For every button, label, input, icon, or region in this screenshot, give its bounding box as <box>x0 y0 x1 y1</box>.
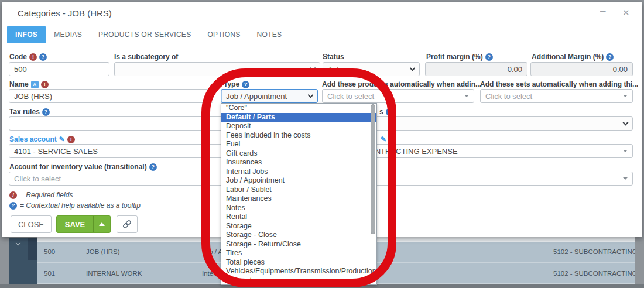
name-input[interactable]: JOB (HRS) <box>9 89 213 103</box>
dropdown-arrow-icon <box>623 150 628 152</box>
add-sets-label: Add these sets automatically when adding… <box>480 80 638 88</box>
row-name: INTERNAL WORK <box>86 263 142 283</box>
row-code: 500 <box>44 242 55 262</box>
sidebar-dark-block <box>28 238 37 260</box>
inventory-account-label: Account for inventory value (transitiona… <box>9 163 157 171</box>
tax-rules-label: Tax rules ? <box>9 108 50 116</box>
chevron-down-icon <box>310 65 316 71</box>
required-icon: ! <box>41 81 49 88</box>
required-icon: ! <box>389 135 396 143</box>
type-option[interactable]: Job / Appointment <box>221 176 376 186</box>
type-option[interactable]: Rental <box>221 212 376 222</box>
link-button[interactable] <box>117 215 138 233</box>
translate-icon[interactable]: A <box>31 81 39 88</box>
minimize-icon[interactable]: – <box>600 5 605 17</box>
close-icon[interactable]: ✕ <box>622 8 630 18</box>
chevron-down-icon <box>623 119 629 125</box>
status-label: Status <box>323 53 344 61</box>
help-icon: ? <box>149 163 157 171</box>
add-products-select[interactable]: Click to select <box>322 89 474 103</box>
required-icon: ! <box>67 136 75 143</box>
add-sets-select[interactable]: Click to select <box>480 89 633 103</box>
type-option[interactable]: Vehicles/Equipments/Transmission/Product… <box>221 267 376 276</box>
status-select[interactable]: Active <box>323 62 420 76</box>
type-option[interactable]: Deposit <box>221 122 376 131</box>
required-icon: ! <box>9 191 17 199</box>
name-label: Name A ! <box>9 80 49 88</box>
type-option[interactable]: Notes <box>221 204 376 213</box>
save-dropdown-button[interactable] <box>93 215 111 233</box>
chevron-down-icon <box>410 65 416 71</box>
type-option[interactable]: Tires <box>221 249 376 258</box>
help-icon: ? <box>386 108 393 116</box>
dropdown-arrow-icon <box>623 95 628 97</box>
required-icon: ! <box>29 53 37 61</box>
sales-account-label: Sales account ✎ ! <box>9 135 75 143</box>
type-option[interactable]: "Core" <box>221 104 376 113</box>
type-option[interactable]: Fuel <box>221 140 376 149</box>
profit-margin-input[interactable]: 0.00 <box>425 62 527 76</box>
help-icon: ? <box>9 202 17 210</box>
dropdown-arrow-icon <box>623 177 628 180</box>
chain-link-icon <box>122 220 132 229</box>
close-button[interactable]: CLOSE <box>11 215 52 233</box>
dropdown-arrow-icon <box>464 95 469 97</box>
tab-products-or-services[interactable]: PRODUCTS OR SERVICES <box>90 26 199 43</box>
tab-infos[interactable]: INFOS <box>7 26 46 43</box>
row-code: 501 <box>44 263 55 283</box>
partially-hidden-label: s ? <box>379 108 393 116</box>
type-option[interactable]: Storage - Close <box>221 231 376 240</box>
save-button[interactable]: SAVE <box>56 215 94 233</box>
type-dropdown-list: "Core"Default / PartsDepositFees include… <box>221 103 377 285</box>
code-label: Code ! ? <box>9 53 47 61</box>
additional-margin-input[interactable]: 0.00 <box>530 62 633 76</box>
type-select[interactable]: Job / Appointment <box>221 89 318 103</box>
tab-notes[interactable]: NOTES <box>249 26 290 43</box>
type-option[interactable]: Gift cards <box>221 149 376 159</box>
add-products-label: Add these products automatically when ad… <box>322 80 481 88</box>
type-option[interactable]: Maintenances <box>221 194 376 204</box>
help-icon: ? <box>39 53 47 61</box>
type-option[interactable]: Warranty <box>221 276 376 286</box>
type-option[interactable]: Labor / Sublet <box>221 186 376 195</box>
legend-help: ? = Contextual help available as a toolt… <box>9 201 141 210</box>
type-option[interactable]: Fees included in the costs <box>221 131 376 140</box>
background-sidebar <box>9 238 37 284</box>
subcategory-label: Is a subcategory of <box>114 53 178 61</box>
legend-required: ! = Required fields <box>9 191 73 199</box>
type-option[interactable]: Default / Parts <box>221 113 376 122</box>
type-option[interactable]: Total pieces <box>221 258 376 268</box>
tab-options[interactable]: OPTIONS <box>199 26 248 43</box>
subcategory-select[interactable] <box>114 62 320 76</box>
row-name: JOB (HRS) <box>86 242 120 262</box>
dropdown-scrollbar-thumb[interactable] <box>371 104 375 234</box>
type-option[interactable]: Storage <box>221 222 376 231</box>
type-option[interactable]: Insurances <box>221 158 376 167</box>
help-icon: ? <box>485 53 493 61</box>
edit-icon[interactable]: ✎ <box>59 136 65 143</box>
screenshot-canvas: 500 JOB (HRS) Job / Appointment 5102 - S… <box>0 0 644 288</box>
tab-bar: INFOS MEDIAS PRODUCTS OR SERVICES OPTION… <box>7 26 290 43</box>
code-input[interactable]: 500 <box>9 62 109 76</box>
chevron-up-icon <box>99 222 105 226</box>
help-icon: ? <box>606 53 614 61</box>
row-account: 5102 - SUBCONTRACTING EXPENSE <box>553 263 635 283</box>
chevron-down-icon <box>308 92 314 98</box>
help-icon: ? <box>42 108 50 116</box>
type-option[interactable]: Internal Jobs <box>221 167 376 177</box>
purchase-account-label-icons: ✎ ! <box>381 135 396 143</box>
additional-margin-label: Additional Margin (%) ? <box>532 53 614 61</box>
type-option[interactable]: Storage - Return/Close <box>221 240 376 249</box>
modal-title: Categories - JOB (HRS) <box>18 8 112 18</box>
profit-margin-label: Profit margin (%) ? <box>426 53 493 61</box>
row-account: 5102 - SUBCONTRACTING EXPENSE <box>553 242 635 262</box>
help-icon: ? <box>242 81 249 88</box>
sales-account-link[interactable]: Sales account <box>9 135 57 143</box>
chevron-down-icon[interactable] <box>16 241 20 245</box>
edit-icon[interactable]: ✎ <box>381 136 386 143</box>
tab-medias[interactable]: MEDIAS <box>46 26 90 43</box>
type-label: Type ? <box>224 80 249 88</box>
